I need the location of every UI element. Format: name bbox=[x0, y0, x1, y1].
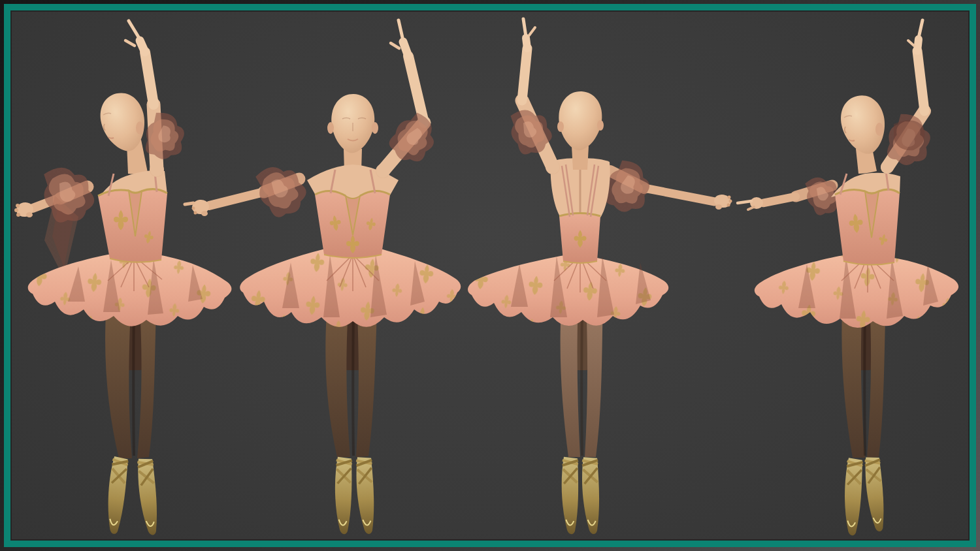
figure-4-pointing-finger bbox=[919, 20, 923, 38]
figure-4-head bbox=[836, 91, 890, 158]
figure-3-head bbox=[557, 90, 604, 151]
figure-3-ear bbox=[557, 121, 564, 132]
ballerina-render bbox=[0, 0, 980, 551]
figure-4-ear bbox=[875, 123, 883, 136]
figure-1-shoulder-ruffle bbox=[37, 160, 99, 228]
figure-3-pointe-shoes bbox=[561, 457, 600, 535]
figure-4-pointing-finger bbox=[738, 201, 751, 203]
figure-2-pointe-shoes bbox=[333, 457, 375, 535]
figure-2-ear bbox=[327, 122, 334, 134]
ballerina-figure-4 bbox=[738, 20, 958, 536]
figure-3-tutu-skirt bbox=[468, 255, 668, 326]
figure-4-pointe-shoes bbox=[841, 456, 885, 536]
figure-1-ear bbox=[136, 121, 144, 134]
figure-3-pointing-finger bbox=[523, 19, 526, 37]
figure-2-tutu-skirt bbox=[240, 247, 461, 327]
figure-1-pointing-finger bbox=[129, 21, 140, 39]
figure-2-ear bbox=[372, 122, 378, 134]
figure-1-head bbox=[95, 88, 152, 156]
figure-2-pointing-finger bbox=[399, 20, 403, 40]
ballerina-figure-3 bbox=[468, 19, 732, 534]
figure-3-ear bbox=[597, 120, 604, 131]
ballerina-figure-2 bbox=[185, 20, 461, 535]
figure-4-tutu-skirt bbox=[755, 254, 958, 328]
figure-2-head bbox=[327, 93, 378, 153]
figure-1-pointe-shoes bbox=[103, 456, 159, 536]
ballerina-figure-1 bbox=[14, 21, 231, 536]
artwork-stage bbox=[0, 0, 980, 551]
